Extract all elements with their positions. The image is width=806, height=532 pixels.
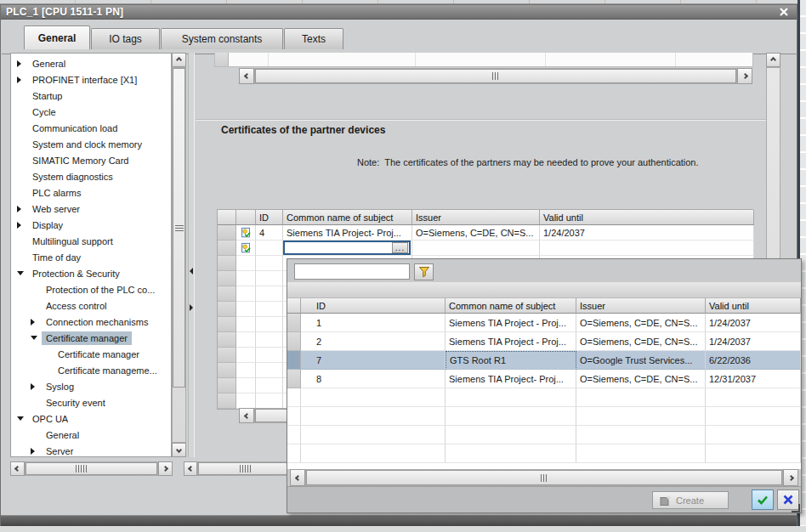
empty-cell[interactable] (287, 388, 301, 407)
certificate-icon-cell[interactable] (236, 241, 256, 256)
empty-cell[interactable] (301, 388, 446, 407)
empty-cell[interactable] (236, 317, 256, 332)
create-button[interactable]: Create (652, 491, 729, 509)
popup-empty-row[interactable] (287, 444, 801, 463)
certificate-option-row[interactable]: 1Siemens TIA Project - Proj...O=Siemens,… (287, 314, 801, 332)
browse-ellipsis-button[interactable]: ... (392, 242, 408, 253)
row-header-cell[interactable] (287, 351, 301, 370)
collapse-left-icon[interactable] (190, 268, 193, 274)
scroll-right-button[interactable] (737, 68, 752, 84)
cell-valid-until[interactable]: 1/24/2037 (706, 314, 801, 332)
cell-valid-until[interactable] (540, 241, 754, 256)
scroll-left-button[interactable] (239, 408, 254, 423)
certificate-option-row[interactable]: 7GTS Root R1O=Google Trust Services...6/… (287, 351, 801, 370)
confirm-button[interactable] (752, 490, 774, 510)
row-header-cell[interactable] (218, 332, 236, 348)
empty-cell[interactable] (236, 363, 256, 378)
row-header-cell[interactable] (218, 348, 236, 363)
cell-common-name[interactable]: Siemens TIA Project - Proj... (446, 314, 576, 332)
tab-texts[interactable]: Texts (284, 28, 343, 49)
empty-cell[interactable] (576, 388, 706, 407)
scroll-right-button[interactable] (783, 469, 798, 486)
column-header-valid-until[interactable]: Valid until (540, 210, 754, 225)
empty-cell[interactable] (446, 426, 576, 444)
empty-cell[interactable] (256, 348, 283, 363)
common-name-edit-input[interactable] (285, 242, 392, 253)
table-row[interactable]: 4Siemens TIA Project- Proj...O=Siemens, … (218, 225, 752, 241)
nav-item-communication-load[interactable]: Communication load (11, 120, 171, 136)
empty-cell[interactable] (256, 393, 283, 409)
popup-empty-row[interactable] (287, 407, 801, 426)
column-header-issuer[interactable]: Issuer (412, 210, 540, 225)
scroll-right-button[interactable] (158, 461, 173, 476)
empty-cell[interactable] (287, 426, 301, 444)
empty-cell[interactable] (301, 407, 446, 426)
empty-cell[interactable] (446, 388, 576, 407)
empty-cell[interactable] (446, 444, 576, 463)
empty-cell[interactable] (576, 426, 706, 444)
tab-system-constants[interactable]: System constants (161, 28, 283, 49)
empty-cell[interactable] (236, 393, 256, 409)
empty-cell[interactable] (706, 426, 801, 444)
nav-item-time-of-day[interactable]: Time of day (11, 249, 171, 265)
nav-item-startup[interactable]: Startup (11, 88, 171, 104)
row-header-cell[interactable] (287, 370, 301, 388)
nav-item-plc-alarms[interactable]: PLC alarms (11, 184, 171, 201)
cell-valid-until[interactable]: 1/24/2037 (706, 332, 801, 351)
empty-cell[interactable] (256, 271, 283, 286)
empty-cell[interactable] (256, 286, 283, 302)
row-header-cell[interactable] (218, 393, 236, 409)
scroll-track[interactable] (172, 67, 186, 443)
row-header-cell[interactable] (218, 225, 236, 241)
popup-empty-row[interactable] (287, 426, 801, 444)
nav-item-syslog[interactable]: Syslog (11, 378, 171, 394)
scroll-up-button[interactable] (172, 53, 186, 67)
close-button[interactable] (776, 6, 792, 18)
nav-item-protection-of-the-plc-co[interactable]: Protection of the PLC co... (11, 281, 171, 297)
scroll-thumb[interactable] (255, 69, 736, 83)
row-header-cell[interactable] (218, 302, 236, 317)
nav-item-cycle[interactable]: Cycle (11, 104, 171, 120)
popup-horizontal-scrollbar[interactable] (290, 469, 798, 486)
tab-io-tags[interactable]: IO tags (91, 28, 160, 49)
empty-cell[interactable] (236, 348, 256, 363)
nav-item-profinet-interface-x1[interactable]: PROFINET interface [X1] (11, 71, 171, 88)
tab-general[interactable]: General (24, 25, 90, 49)
cell-issuer[interactable]: O=Google Trust Services... (576, 351, 706, 370)
cell-id[interactable]: 7 (301, 351, 446, 370)
empty-cell[interactable] (301, 444, 446, 463)
cell-issuer[interactable]: O=Siemens, C=DE, CN=S... (412, 225, 540, 241)
row-header-cell[interactable] (218, 286, 236, 302)
table-edit-row[interactable]: ... (218, 241, 752, 256)
empty-cell[interactable] (706, 444, 801, 463)
column-header-blank[interactable] (218, 210, 236, 225)
row-header-cell[interactable] (218, 271, 236, 286)
nav-item-security-event[interactable]: Security event (11, 394, 171, 410)
cell-id[interactable]: 1 (301, 314, 446, 332)
nav-item-general[interactable]: General (11, 55, 171, 71)
scroll-track[interactable] (197, 461, 292, 476)
scroll-track[interactable] (305, 469, 783, 486)
row-header-cell[interactable] (218, 256, 236, 271)
certificate-option-row[interactable]: 2Siemens TIA Project - Proj...O=Siemens,… (287, 332, 801, 351)
cell-issuer[interactable]: O=Siemens, C=DE, CN=S... (576, 332, 706, 351)
cell-id[interactable]: 2 (301, 332, 446, 351)
scroll-thumb[interactable] (306, 470, 782, 485)
nav-item-system-and-clock-memory[interactable]: System and clock memory (11, 136, 171, 152)
empty-cell[interactable] (236, 378, 256, 393)
column-header-valid-until[interactable]: Valid until (706, 298, 801, 314)
column-header-id[interactable]: ID (256, 210, 283, 225)
column-header-id[interactable]: ID (301, 298, 446, 314)
cell-common-name[interactable]: Siemens TIA Project- Proj... (283, 225, 412, 241)
filter-input[interactable] (294, 263, 410, 280)
nav-item-protection-security[interactable]: Protection & Security (11, 265, 171, 281)
scroll-down-button[interactable] (172, 443, 186, 457)
column-header-common-name-of-subject[interactable]: Common name of subject (283, 210, 412, 225)
empty-cell[interactable] (256, 332, 283, 348)
column-header-blank[interactable] (287, 298, 301, 314)
nav-item-certificate-manager[interactable]: Certificate manager (11, 330, 171, 346)
empty-cell[interactable] (576, 444, 706, 463)
empty-cell[interactable] (706, 388, 801, 407)
row-header-cell[interactable] (218, 363, 236, 378)
nav-item-simatic-memory-card[interactable]: SIMATIC Memory Card (11, 152, 171, 168)
